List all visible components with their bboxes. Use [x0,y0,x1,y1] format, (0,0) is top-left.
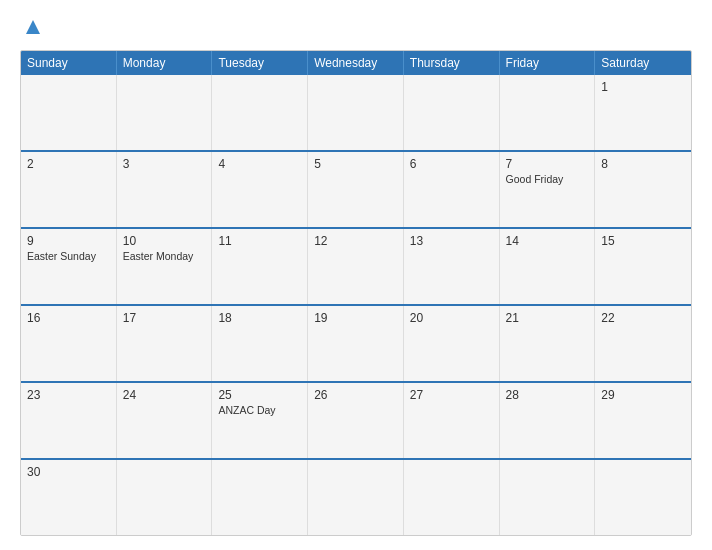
header-cell-wednesday: Wednesday [308,51,404,75]
cal-cell [117,75,213,150]
page: SundayMondayTuesdayWednesdayThursdayFrid… [0,0,712,550]
header-cell-friday: Friday [500,51,596,75]
calendar-week-2: 234567Good Friday8 [21,150,691,227]
day-number: 30 [27,465,110,479]
cal-cell: 14 [500,229,596,304]
day-number: 17 [123,311,206,325]
cal-cell: 27 [404,383,500,458]
cal-cell [404,75,500,150]
day-number: 1 [601,80,685,94]
day-number: 22 [601,311,685,325]
day-number: 28 [506,388,589,402]
day-number: 26 [314,388,397,402]
cal-cell: 2 [21,152,117,227]
day-number: 18 [218,311,301,325]
day-number: 21 [506,311,589,325]
cal-cell: 13 [404,229,500,304]
holiday-label: ANZAC Day [218,404,301,416]
cal-cell: 19 [308,306,404,381]
cal-cell: 23 [21,383,117,458]
calendar-body: 1234567Good Friday89Easter Sunday10Easte… [21,75,691,535]
header [20,18,692,36]
header-cell-sunday: Sunday [21,51,117,75]
cal-cell: 3 [117,152,213,227]
cal-cell [308,460,404,535]
holiday-label: Easter Sunday [27,250,110,262]
cal-cell: 1 [595,75,691,150]
calendar-week-5: 232425ANZAC Day26272829 [21,381,691,458]
calendar-week-1: 1 [21,75,691,150]
cal-cell [21,75,117,150]
day-number: 15 [601,234,685,248]
cal-cell: 12 [308,229,404,304]
cal-cell: 5 [308,152,404,227]
cal-cell: 4 [212,152,308,227]
cal-cell: 29 [595,383,691,458]
logo-icon [24,18,42,36]
day-number: 19 [314,311,397,325]
day-number: 29 [601,388,685,402]
calendar-week-6: 30 [21,458,691,535]
cal-cell: 22 [595,306,691,381]
day-number: 5 [314,157,397,171]
cal-cell: 8 [595,152,691,227]
cal-cell: 9Easter Sunday [21,229,117,304]
calendar-week-3: 9Easter Sunday10Easter Monday1112131415 [21,227,691,304]
day-number: 13 [410,234,493,248]
calendar-week-4: 16171819202122 [21,304,691,381]
cal-cell: 11 [212,229,308,304]
day-number: 10 [123,234,206,248]
day-number: 25 [218,388,301,402]
cal-cell: 17 [117,306,213,381]
cal-cell: 6 [404,152,500,227]
day-number: 7 [506,157,589,171]
holiday-label: Easter Monday [123,250,206,262]
cal-cell: 28 [500,383,596,458]
cal-cell: 24 [117,383,213,458]
day-number: 11 [218,234,301,248]
header-cell-tuesday: Tuesday [212,51,308,75]
cal-cell: 30 [21,460,117,535]
cal-cell [308,75,404,150]
cal-cell: 7Good Friday [500,152,596,227]
header-cell-saturday: Saturday [595,51,691,75]
cal-cell: 20 [404,306,500,381]
cal-cell: 15 [595,229,691,304]
cal-cell: 16 [21,306,117,381]
day-number: 12 [314,234,397,248]
calendar-header-row: SundayMondayTuesdayWednesdayThursdayFrid… [21,51,691,75]
cal-cell [500,460,596,535]
logo [20,18,44,36]
day-number: 20 [410,311,493,325]
cal-cell [404,460,500,535]
holiday-label: Good Friday [506,173,589,185]
cal-cell [212,460,308,535]
header-cell-thursday: Thursday [404,51,500,75]
cal-cell: 18 [212,306,308,381]
cal-cell: 25ANZAC Day [212,383,308,458]
cal-cell [212,75,308,150]
day-number: 16 [27,311,110,325]
calendar: SundayMondayTuesdayWednesdayThursdayFrid… [20,50,692,536]
day-number: 8 [601,157,685,171]
day-number: 6 [410,157,493,171]
cal-cell: 21 [500,306,596,381]
day-number: 27 [410,388,493,402]
cal-cell: 26 [308,383,404,458]
day-number: 4 [218,157,301,171]
cal-cell [117,460,213,535]
day-number: 24 [123,388,206,402]
cal-cell [500,75,596,150]
day-number: 14 [506,234,589,248]
header-cell-monday: Monday [117,51,213,75]
cal-cell [595,460,691,535]
day-number: 9 [27,234,110,248]
day-number: 23 [27,388,110,402]
cal-cell: 10Easter Monday [117,229,213,304]
day-number: 3 [123,157,206,171]
day-number: 2 [27,157,110,171]
svg-marker-0 [26,20,40,34]
